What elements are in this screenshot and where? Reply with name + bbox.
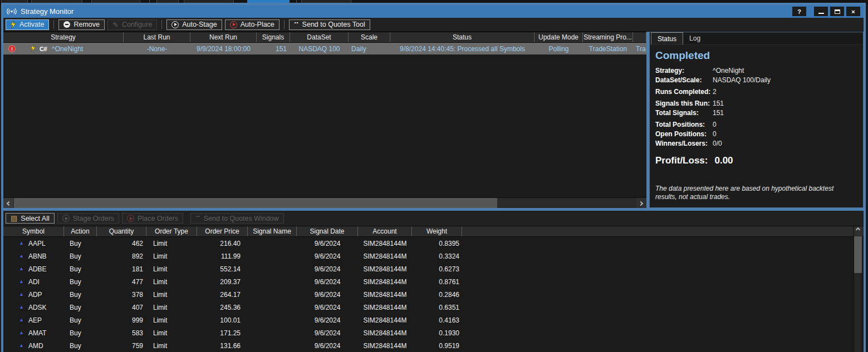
column-header-last-run[interactable]: Last Run [124, 32, 190, 42]
column-header-signal-name[interactable]: Signal Name [248, 226, 297, 236]
background-button-fragment[interactable] [31, 0, 82, 4]
status-panel: Status Log Completed Strategy: ^OneNight… [649, 32, 864, 208]
signal-date-cell: 9/6/2024 [297, 250, 358, 262]
auto-stage-button[interactable]: Auto-Stage [166, 19, 222, 30]
remove-button[interactable]: Remove [58, 19, 105, 30]
status-panel-tabs: Status Log [650, 32, 863, 45]
column-header-dataset[interactable]: DataSet [290, 32, 349, 42]
signal-date-cell: 9/6/2024 [297, 288, 358, 301]
lightning-small-icon [31, 44, 36, 53]
column-header-action[interactable]: Action [64, 226, 97, 236]
action-cell: Buy [64, 250, 97, 262]
column-header-weight[interactable]: Weight [412, 226, 462, 236]
maximize-button[interactable] [830, 7, 844, 16]
activate-button[interactable]: Activate [6, 19, 49, 30]
background-button-fragment[interactable] [184, 0, 234, 4]
stage-orders-button[interactable]: Stage Orders [57, 213, 119, 224]
minimize-icon [818, 13, 824, 14]
field-value: 0 [713, 120, 857, 130]
column-header-symbol[interactable]: Symbol [3, 226, 64, 236]
auto-place-button[interactable]: Auto-Place [225, 19, 279, 30]
tab-log[interactable]: Log [683, 32, 707, 44]
order-type-cell: Limit [146, 288, 197, 301]
order-type-cell: Limit [146, 237, 197, 250]
close-button[interactable]: × [846, 7, 860, 16]
table-row[interactable]: ▲ AAPL Buy 462 Limit 216.40 9/6/2024 SIM… [3, 237, 864, 250]
column-header-quantity[interactable]: Quantity [97, 226, 146, 236]
orders-toolbar: ▤ Select All Stage Orders Place Orders “… [3, 211, 864, 226]
signal-name-cell [248, 326, 297, 339]
action-cell: Buy [64, 301, 97, 314]
signal-date-cell: 9/6/2024 [297, 301, 358, 314]
send-to-quotes-tool-button[interactable]: “ Send to Quotes Tool [289, 19, 370, 30]
broadcast-icon [7, 8, 17, 15]
send-to-quotes-tool-label: Send to Quotes Tool [302, 21, 365, 28]
background-button-fragment[interactable] [156, 0, 179, 4]
tab-status[interactable]: Status [651, 32, 683, 44]
status-field-row: Total Positions: 0 [655, 120, 857, 130]
window-titlebar[interactable]: Strategy Monitor ? × [3, 5, 864, 18]
select-all-button[interactable]: ▤ Select All [6, 213, 55, 224]
minimize-button[interactable] [814, 7, 828, 16]
filler-cell [462, 288, 855, 301]
action-cell: Buy [64, 262, 97, 275]
next-run-cell: 9/9/2024 18:00:00 [190, 43, 257, 54]
scroll-right-button[interactable] [636, 198, 646, 209]
strategy-row-selected[interactable]: ! C# ^OneNight -None- 9/9/2024 18:00:00 … [3, 43, 646, 54]
column-header-signals[interactable]: Signals [257, 32, 290, 42]
status-cell: 9/8/2024 14:40:45: Processed all Symbols [390, 43, 534, 54]
table-row[interactable]: ▲ ADP Buy 378 Limit 264.17 9/6/2024 SIM2… [3, 288, 864, 301]
background-button-fragment[interactable] [301, 0, 351, 4]
background-active-button-fragment[interactable] [247, 0, 290, 4]
table-row[interactable]: ▲ AMAT Buy 583 Limit 171.25 9/6/2024 SIM… [3, 326, 864, 339]
quantity-cell: 892 [97, 250, 146, 262]
scroll-up-button[interactable] [854, 226, 862, 236]
buy-triangle-icon: ▲ [19, 266, 24, 271]
help-button[interactable]: ? [792, 7, 806, 16]
column-header-signal-date[interactable]: Signal Date [297, 226, 358, 236]
table-row[interactable]: ▲ ADSK Buy 407 Limit 245.36 9/6/2024 SIM… [3, 301, 864, 314]
quantity-cell: 462 [97, 237, 146, 250]
send-to-quotes-window-button[interactable]: “ Send to Quotes Window [190, 213, 284, 224]
order-type-cell: Limit [146, 275, 197, 288]
background-toolbar-separator [149, 0, 150, 4]
table-row[interactable]: ▲ AEP Buy 999 Limit 100.01 9/6/2024 SIM2… [3, 314, 864, 326]
horizontal-scrollbar-thumb[interactable] [14, 198, 497, 209]
vertical-scrollbar-thumb[interactable] [854, 236, 862, 273]
column-header-update-mode[interactable]: Update Mode [534, 32, 583, 42]
window-title: Strategy Monitor [21, 7, 73, 16]
column-header-status[interactable]: Status [390, 32, 534, 42]
table-row[interactable]: ▲ AMD Buy 759 Limit 131.66 9/6/2024 SIM2… [3, 339, 864, 352]
place-orders-button[interactable]: Place Orders [122, 213, 183, 224]
horizontal-scrollbar[interactable] [3, 197, 646, 208]
filler-cell [462, 250, 855, 262]
toolbar-separator [284, 20, 285, 29]
column-header-scale[interactable]: Scale [349, 32, 390, 42]
table-row[interactable]: ▲ ABNB Buy 892 Limit 111.99 9/6/2024 SIM… [3, 250, 864, 262]
play-circle-icon [171, 21, 179, 28]
configure-button[interactable]: ✎ Configure [107, 19, 157, 30]
column-header-account[interactable]: Account [358, 226, 412, 236]
weight-cell: 0.8761 [412, 275, 462, 288]
background-button-fragment[interactable] [91, 0, 140, 4]
order-price-cell: 131.66 [197, 339, 248, 352]
vertical-scrollbar[interactable] [854, 226, 861, 352]
filler-cell [462, 339, 855, 352]
column-header-streaming-provider[interactable]: Streaming Pro... [583, 32, 633, 42]
table-row[interactable]: ▲ ADI Buy 477 Limit 209.37 9/6/2024 SIM2… [3, 275, 864, 288]
account-cell: SIM2848144M [358, 301, 412, 314]
signal-name-cell [248, 288, 297, 301]
background-button-fragment[interactable] [1, 0, 28, 4]
update-mode-cell: Polling [534, 43, 583, 54]
status-field-row: Open Positions: 0 [655, 130, 857, 139]
column-header-order-type[interactable]: Order Type [146, 226, 197, 236]
scroll-left-button[interactable] [3, 198, 13, 209]
column-header-next-run[interactable]: Next Run [190, 32, 257, 42]
strategy-name: ^OneNight [52, 45, 83, 53]
signal-name-cell [248, 339, 297, 352]
table-row[interactable]: ▲ ADBE Buy 181 Limit 552.14 9/6/2024 SIM… [3, 262, 864, 275]
column-header-strategy[interactable]: Strategy [3, 32, 124, 42]
remove-label: Remove [73, 21, 100, 28]
column-header-order-price[interactable]: Order Price [197, 226, 248, 236]
background-app-toolbar-fragment [0, 0, 868, 4]
